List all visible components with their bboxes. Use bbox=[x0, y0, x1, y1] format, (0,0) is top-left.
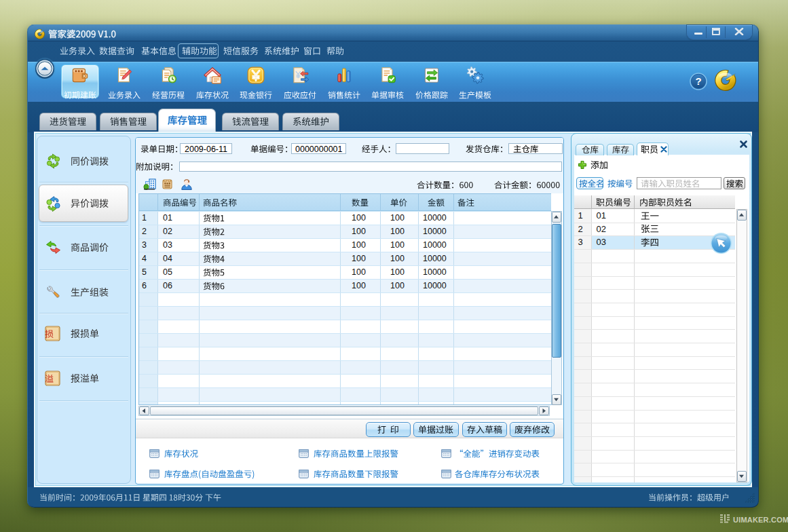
svg-text:?: ? bbox=[695, 75, 701, 87]
